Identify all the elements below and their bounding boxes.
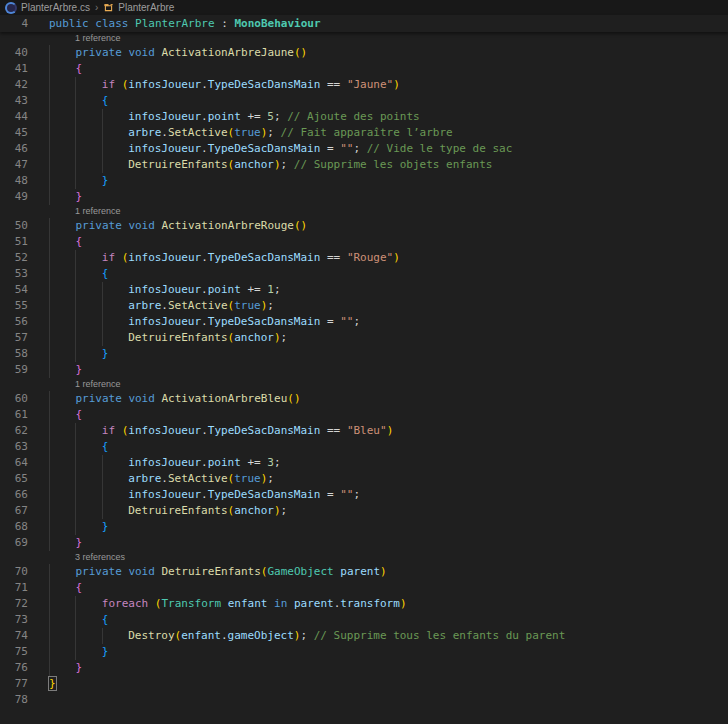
- code-token: ;: [267, 126, 280, 139]
- code-line-54[interactable]: 54infosJoueur.point += 1;: [0, 282, 728, 298]
- code-line-61[interactable]: 61{: [0, 407, 728, 423]
- line-number[interactable]: 55: [0, 298, 38, 314]
- code-token: "": [340, 315, 353, 328]
- line-number[interactable]: 73: [0, 612, 38, 628]
- codelens-references[interactable]: 3 references: [0, 551, 728, 564]
- code-line-53[interactable]: 53{: [0, 266, 728, 282]
- code-line-69[interactable]: 69}: [0, 535, 728, 551]
- code-line-60[interactable]: 60private void ActivationArbreBleu(): [0, 391, 728, 407]
- code-line-43[interactable]: 43{: [0, 93, 728, 109]
- code-line-48[interactable]: 48}: [0, 173, 728, 189]
- indent-guide: [49, 141, 50, 157]
- code-line-50[interactable]: 50private void ActivationArbreRouge(): [0, 218, 728, 234]
- line-number[interactable]: 52: [0, 250, 38, 266]
- code-token: {: [75, 62, 82, 75]
- line-number[interactable]: 56: [0, 314, 38, 330]
- breadcrumb-symbol[interactable]: PlanterArbre: [103, 2, 174, 13]
- line-number[interactable]: 64: [0, 455, 38, 471]
- sticky-scroll-line[interactable]: 4 public class PlanterArbre : MonoBehavi…: [0, 15, 728, 32]
- line-number[interactable]: 53: [0, 266, 38, 282]
- line-number[interactable]: 59: [0, 362, 38, 378]
- line-number[interactable]: 40: [0, 45, 38, 61]
- breadcrumb-file[interactable]: PlanterArbre.cs: [5, 2, 90, 14]
- code-line-73[interactable]: 73{: [0, 612, 728, 628]
- indent-guide: [49, 45, 50, 61]
- code-line-67[interactable]: 67DetruireEnfants(anchor);: [0, 503, 728, 519]
- code-token: in: [274, 597, 287, 610]
- line-number[interactable]: 62: [0, 423, 38, 439]
- line-number[interactable]: 70: [0, 564, 38, 580]
- code-line-content: DetruireEnfants(anchor);: [38, 330, 728, 346]
- code-line-51[interactable]: 51{: [0, 234, 728, 250]
- line-number[interactable]: 60: [0, 391, 38, 407]
- code-line-40[interactable]: 40private void ActivationArbreJaune(): [0, 45, 728, 61]
- line-number[interactable]: 54: [0, 282, 38, 298]
- line-number[interactable]: 66: [0, 487, 38, 503]
- code-line-45[interactable]: 45arbre.SetActive(true); // Fait apparaî…: [0, 125, 728, 141]
- code-line-72[interactable]: 72foreach (Transform enfant in parent.tr…: [0, 596, 728, 612]
- line-number[interactable]: 74: [0, 628, 38, 644]
- code-line-64[interactable]: 64infosJoueur.point += 3;: [0, 455, 728, 471]
- line-number[interactable]: 45: [0, 125, 38, 141]
- code-line-58[interactable]: 58}: [0, 346, 728, 362]
- line-number[interactable]: 41: [0, 61, 38, 77]
- line-number[interactable]: 77: [0, 676, 38, 692]
- code-line-65[interactable]: 65arbre.SetActive(true);: [0, 471, 728, 487]
- line-number[interactable]: 78: [0, 692, 38, 708]
- code-line-52[interactable]: 52if (infosJoueur.TypeDeSacDansMain == "…: [0, 250, 728, 266]
- line-number[interactable]: 44: [0, 109, 38, 125]
- code-line-47[interactable]: 47DetruireEnfants(anchor); // Supprime l…: [0, 157, 728, 173]
- code-line-70[interactable]: 70private void DetruireEnfants(GameObjec…: [0, 564, 728, 580]
- code-line-49[interactable]: 49}: [0, 189, 728, 205]
- line-number[interactable]: 69: [0, 535, 38, 551]
- line-number[interactable]: 57: [0, 330, 38, 346]
- line-number[interactable]: 67: [0, 503, 38, 519]
- code-line-42[interactable]: 42if (infosJoueur.TypeDeSacDansMain == "…: [0, 77, 728, 93]
- code-line-75[interactable]: 75}: [0, 644, 728, 660]
- line-number[interactable]: 49: [0, 189, 38, 205]
- code-line-59[interactable]: 59}: [0, 362, 728, 378]
- indent-guide: [102, 455, 103, 471]
- line-number[interactable]: 63: [0, 439, 38, 455]
- code-line-68[interactable]: 68}: [0, 519, 728, 535]
- line-number[interactable]: 72: [0, 596, 38, 612]
- codelens-references[interactable]: 1 reference: [0, 205, 728, 218]
- line-number[interactable]: 75: [0, 644, 38, 660]
- code-line-74[interactable]: 74Destroy(enfant.gameObject); // Supprim…: [0, 628, 728, 644]
- code-token: foreach: [102, 597, 155, 610]
- line-number[interactable]: 47: [0, 157, 38, 173]
- line-number[interactable]: 65: [0, 471, 38, 487]
- code-line-78[interactable]: 78: [0, 692, 728, 708]
- code-line-63[interactable]: 63{: [0, 439, 728, 455]
- code-line-44[interactable]: 44infosJoueur.point += 5; // Ajoute des …: [0, 109, 728, 125]
- indent-guide: [49, 596, 50, 612]
- code-line-76[interactable]: 76}: [0, 660, 728, 676]
- code-line-41[interactable]: 41{: [0, 61, 728, 77]
- line-number[interactable]: 61: [0, 407, 38, 423]
- codelens-references[interactable]: 1 reference: [0, 32, 728, 45]
- line-number[interactable]: 48: [0, 173, 38, 189]
- code-line-57[interactable]: 57DetruireEnfants(anchor);: [0, 330, 728, 346]
- code-line-62[interactable]: 62if (infosJoueur.TypeDeSacDansMain == "…: [0, 423, 728, 439]
- code-token: ActivationArbreRouge: [162, 219, 294, 232]
- code-line-77[interactable]: 77}: [0, 676, 728, 692]
- code-line-71[interactable]: 71{: [0, 580, 728, 596]
- indent-guide: [49, 362, 50, 378]
- code-line-66[interactable]: 66infosJoueur.TypeDeSacDansMain = "";: [0, 487, 728, 503]
- code-token: "": [340, 142, 353, 155]
- line-number[interactable]: 71: [0, 580, 38, 596]
- code-token: {: [102, 94, 109, 107]
- code-line-56[interactable]: 56infosJoueur.TypeDeSacDansMain = "";: [0, 314, 728, 330]
- indent-guide: [75, 503, 76, 519]
- line-number[interactable]: 42: [0, 77, 38, 93]
- line-number[interactable]: 58: [0, 346, 38, 362]
- line-number[interactable]: 68: [0, 519, 38, 535]
- line-number[interactable]: 51: [0, 234, 38, 250]
- line-number[interactable]: 43: [0, 93, 38, 109]
- codelens-references[interactable]: 1 reference: [0, 378, 728, 391]
- code-line-55[interactable]: 55arbre.SetActive(true);: [0, 298, 728, 314]
- line-number[interactable]: 46: [0, 141, 38, 157]
- code-line-46[interactable]: 46infosJoueur.TypeDeSacDansMain = ""; //…: [0, 141, 728, 157]
- line-number[interactable]: 76: [0, 660, 38, 676]
- line-number[interactable]: 50: [0, 218, 38, 234]
